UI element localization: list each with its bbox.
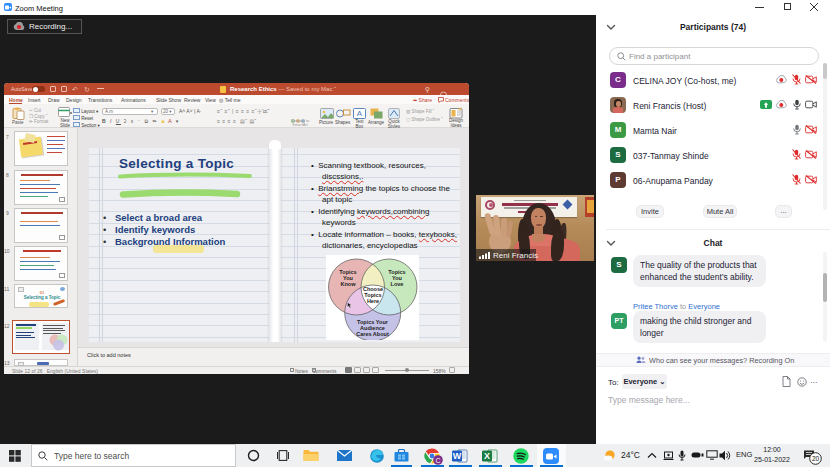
svg-text:20: 20	[812, 455, 820, 462]
svg-text:Here: Here	[367, 298, 379, 304]
svg-text:A: A	[357, 109, 363, 118]
svg-text:C: C	[435, 457, 440, 464]
svg-text:X: X	[484, 451, 490, 461]
svg-text:Cares About: Cares About	[356, 331, 389, 337]
svg-text:Know: Know	[341, 281, 357, 287]
svg-text:W: W	[453, 451, 462, 461]
svg-text:Love: Love	[391, 281, 404, 287]
